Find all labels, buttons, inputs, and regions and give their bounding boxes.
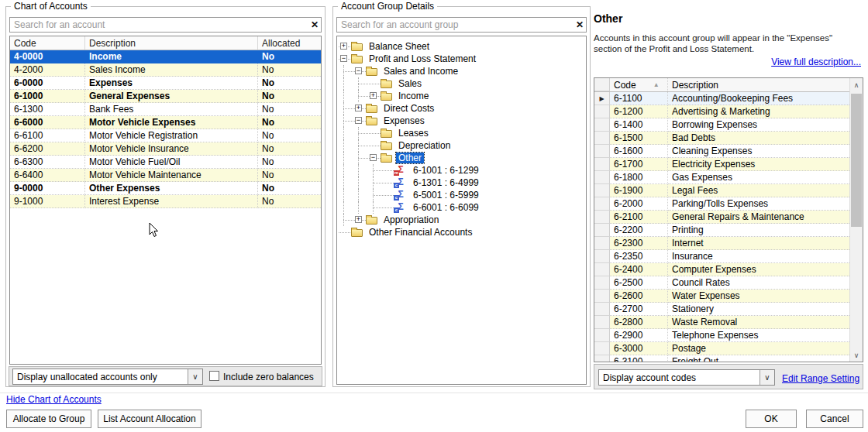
hide-chart-of-accounts-link[interactable]: Hide Chart of Accounts — [6, 394, 102, 405]
grid-row[interactable]: 6-1500Bad Debts — [594, 132, 851, 145]
tree-node-label[interactable]: Sales and Income — [381, 66, 460, 77]
row-selector-cell[interactable] — [594, 171, 610, 184]
tree-node[interactable]: Σm6-1001 : 6-1299 — [337, 164, 586, 177]
expand-icon[interactable]: + — [355, 105, 362, 111]
view-full-description-link[interactable]: View full description... — [771, 57, 861, 67]
grid-row[interactable]: 6-1800Gas Expenses — [594, 171, 851, 184]
row-selector-cell[interactable] — [594, 224, 610, 237]
column-header-code[interactable]: Code ▲ — [610, 78, 668, 91]
tree-node[interactable]: −Profit and Loss Statement — [337, 53, 586, 65]
table-row[interactable]: 9-0000Other ExpensesNo — [10, 182, 321, 195]
tree-node[interactable]: Other Financial Accounts — [337, 226, 586, 238]
tree-node-label[interactable]: 6-1001 : 6-1299 — [411, 165, 481, 176]
tree-node[interactable]: Sales — [337, 77, 586, 90]
account-search-input[interactable] — [10, 18, 305, 32]
expand-icon[interactable]: + — [355, 216, 362, 223]
collapse-icon[interactable]: − — [340, 55, 347, 62]
table-row[interactable]: 6-1300Bank FeesNo — [10, 103, 321, 116]
expand-icon[interactable]: + — [370, 92, 377, 99]
collapse-icon[interactable]: − — [370, 154, 377, 161]
display-codes-dropdown[interactable]: Display account codes ∨ — [598, 369, 775, 386]
chevron-down-icon[interactable]: ∨ — [188, 369, 202, 384]
tree-node-label[interactable]: Depreciation — [396, 140, 453, 151]
grid-row[interactable]: 6-1400Borrowing Expenses — [594, 118, 851, 132]
tree-node[interactable]: Depreciation — [337, 139, 586, 152]
table-row[interactable]: 6-0000ExpensesNo — [10, 77, 321, 90]
list-account-allocation-button[interactable]: List Account Allocation — [98, 410, 202, 428]
ok-button[interactable]: OK — [746, 410, 797, 428]
tree-node[interactable]: Σc6-1301 : 6-4999 — [337, 177, 586, 189]
tree-node-label[interactable]: Other — [396, 153, 424, 163]
clear-search-icon[interactable]: ✕ — [576, 20, 584, 29]
row-selector-cell[interactable] — [594, 276, 610, 290]
tree-node-label[interactable]: 6-6001 : 6-6099 — [411, 202, 481, 213]
table-row[interactable]: 4-2000Sales IncomeNo — [10, 63, 321, 77]
grid-row[interactable]: 6-3000Postage — [594, 342, 851, 355]
table-row[interactable]: 6-6100Motor Vehicle RegistrationNo — [10, 129, 321, 142]
tree-node-label[interactable]: Balance Sheet — [367, 41, 432, 52]
grid-row[interactable]: 6-2100General Repairs & Maintenance — [594, 211, 851, 224]
tree-node-label[interactable]: Sales — [396, 78, 424, 89]
cancel-button[interactable]: Cancel — [806, 410, 863, 428]
tree-node[interactable]: −Sales and Income — [337, 65, 586, 77]
row-selector-cell[interactable] — [594, 355, 610, 362]
collapse-icon[interactable]: − — [355, 67, 362, 74]
grid-row[interactable]: 6-2350Insurance — [594, 250, 851, 263]
table-row[interactable]: 4-0000IncomeNo — [10, 50, 321, 63]
grid-row[interactable]: ▶6-1100Accounting/Bookeeping Fees — [594, 92, 851, 105]
grid-row[interactable]: 6-2500Council Rates — [594, 276, 851, 290]
tree-node[interactable]: −Expenses — [337, 115, 586, 127]
row-selector-cell[interactable] — [594, 118, 610, 132]
tree-node[interactable]: +Income — [337, 90, 586, 102]
table-row[interactable]: 6-6200Motor Vehicle InsuranceNo — [10, 142, 321, 156]
tree-node-label[interactable]: Appropriation — [381, 214, 441, 225]
tree-node-label[interactable]: Income — [396, 91, 431, 101]
row-selector-cell[interactable] — [594, 263, 610, 276]
grid-row[interactable]: 6-2600Water Expenses — [594, 290, 851, 303]
expand-icon[interactable]: + — [340, 43, 347, 50]
tree-node[interactable]: Σc6-6001 : 6-6099 — [337, 201, 586, 214]
tree-node-label[interactable]: Direct Costs — [381, 103, 436, 114]
display-filter-dropdown[interactable]: Display unallocated accounts only ∨ — [12, 369, 203, 385]
tree-node[interactable]: +Direct Costs — [337, 102, 586, 115]
row-selector-cell[interactable] — [594, 158, 610, 171]
grid-row[interactable]: 6-2300Internet — [594, 237, 851, 250]
tree-node[interactable]: +Appropriation — [337, 214, 586, 226]
row-selector-cell[interactable] — [594, 105, 610, 118]
include-zero-balances-checkbox[interactable] — [209, 371, 219, 381]
column-header-description[interactable]: Description — [668, 78, 851, 91]
tree-node[interactable]: +Balance Sheet — [337, 40, 586, 53]
grid-row[interactable]: 6-2900Telephone Expenses — [594, 329, 851, 342]
row-selector-cell[interactable] — [594, 145, 610, 158]
grid-row[interactable]: 6-1900Legal Fees — [594, 184, 851, 197]
grid-row[interactable]: 6-2400Computer Expenses — [594, 263, 851, 276]
tree-node-label[interactable]: Other Financial Accounts — [367, 227, 474, 238]
row-selector-cell[interactable] — [594, 329, 610, 342]
grid-row[interactable]: 6-2000Parking/Tolls Expenses — [594, 197, 851, 211]
allocate-to-group-button[interactable]: Allocate to Group — [6, 410, 91, 428]
tree-node-label[interactable]: Leases — [396, 128, 431, 139]
column-header-description[interactable]: Description — [85, 36, 258, 50]
tree-node-label[interactable]: Profit and Loss Statement — [367, 53, 478, 64]
column-header-allocated[interactable]: Allocated — [258, 36, 321, 50]
row-selector-cell[interactable] — [594, 132, 610, 145]
tree-node[interactable]: Leases — [337, 127, 586, 139]
grid-row[interactable]: 6-2200Printing — [594, 224, 851, 237]
row-selector-cell[interactable] — [594, 290, 610, 303]
row-selector-cell[interactable] — [594, 342, 610, 355]
table-row[interactable]: 6-6400Motor Vehicle MaintenanceNo — [10, 169, 321, 182]
chevron-down-icon[interactable]: ∨ — [760, 370, 774, 385]
table-row[interactable]: 6-6300Motor Vehicle Fuel/OilNo — [10, 156, 321, 169]
grid-row[interactable]: 6-3100Freight Out — [594, 355, 851, 362]
grid-row[interactable]: 6-2800Waste Removal — [594, 316, 851, 329]
scroll-down-icon[interactable]: ∨ — [850, 348, 863, 362]
table-row[interactable]: 6-6000Motor Vehicle ExpensesNo — [10, 116, 321, 129]
scroll-up-icon[interactable]: ∧ — [850, 78, 863, 91]
grid-row[interactable]: 6-1200Advertising & Marketing — [594, 105, 851, 118]
row-selector-cell[interactable]: ▶ — [594, 92, 610, 105]
column-header-code[interactable]: Code — [10, 36, 85, 50]
tree-node[interactable]: Σc6-5001 : 6-5999 — [337, 189, 586, 201]
scrollbar-thumb[interactable] — [851, 94, 862, 227]
row-selector-cell[interactable] — [594, 197, 610, 211]
clear-search-icon[interactable]: ✕ — [311, 20, 319, 29]
